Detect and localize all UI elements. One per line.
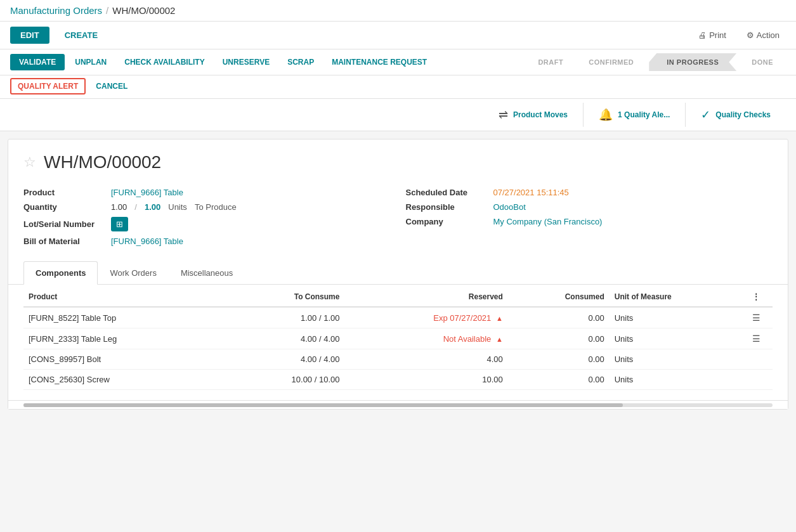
responsible-field-row: Responsible OdooBot (406, 200, 773, 214)
scrollbar-thumb (23, 403, 623, 407)
col-actions: ⋮ (747, 287, 773, 307)
reserved-cell: Exp 07/27/2021 ▲ (344, 307, 507, 328)
col-consumed: Consumed (508, 287, 610, 307)
check-availability-button[interactable]: CHECK AVAILABILITY (117, 54, 212, 70)
consumed-cell: 0.00 (508, 349, 610, 370)
left-fields: Product [FURN_9666] Table Quantity 1.00 … (23, 185, 391, 249)
product-value[interactable]: [FURN_9666] Table (111, 188, 183, 197)
create-button[interactable]: CREATE (57, 27, 105, 44)
company-label: Company (406, 217, 488, 226)
reserved-cell: 4.00 (344, 349, 507, 370)
printer-icon: 🖨 (698, 30, 707, 40)
detail-cell: ☰ (747, 307, 773, 328)
gear-icon: ⚙ (747, 30, 754, 40)
bell-icon: 🔔 (599, 108, 613, 122)
to-consume-cell: 4.00 / 4.00 (225, 349, 344, 370)
quantity-slash: / (134, 202, 137, 212)
uom-cell: Units (610, 328, 747, 349)
components-table: Product To Consume Reserved Consumed Uni… (23, 287, 773, 390)
quality-checks-button[interactable]: ✓ Quality Checks (686, 103, 786, 127)
lot-add-button[interactable]: ⊞ (111, 217, 128, 231)
breadcrumb: Manufacturing Orders / WH/MO/00002 (10, 5, 786, 16)
unreserve-button[interactable]: UNRESERVE (215, 54, 277, 70)
bom-value[interactable]: [FURN_9666] Table (111, 237, 183, 246)
product-cell: [CONS_25630] Screw (23, 370, 225, 390)
quantity-unit: Units (168, 202, 187, 212)
col-uom: Unit of Measure (610, 287, 747, 307)
lot-label: Lot/Serial Number (23, 219, 106, 229)
horizontal-scrollbar[interactable] (8, 400, 788, 409)
scheduled-date-label: Scheduled Date (406, 188, 488, 197)
quantity-value1: 1.00 (111, 202, 127, 212)
detail-cell: ☰ (747, 328, 773, 349)
cancel-button[interactable]: CANCEL (88, 78, 135, 94)
detail-icon[interactable]: ☰ (752, 313, 760, 323)
quality-alert-button[interactable]: QUALITY ALERT (10, 78, 86, 94)
tabs-section: Components Work Orders Miscellaneous (8, 261, 788, 285)
status-confirmed: CONFIRMED (576, 55, 646, 70)
flag-icon: ▲ (496, 315, 503, 322)
quality-checks-label: Quality Checks (715, 110, 771, 119)
quantity-field-row: Quantity 1.00 / 1.00 Units To Produce (23, 200, 391, 214)
responsible-label: Responsible (406, 202, 488, 212)
action-button[interactable]: ⚙ Action (740, 27, 786, 44)
action-bar: EDIT CREATE 🖨 Print ⚙ Action (0, 22, 796, 49)
to-consume-cell: 10.00 / 10.00 (225, 370, 344, 390)
to-consume-cell: 4.00 / 4.00 (225, 328, 344, 349)
table-row: [FURN_8522] Table Top 1.00 / 1.00 Exp 07… (23, 307, 773, 328)
col-product: Product (23, 287, 225, 307)
consumed-cell: 0.00 (508, 370, 610, 390)
lot-field-row: Lot/Serial Number ⊞ (23, 214, 391, 234)
product-label: Product (23, 188, 106, 197)
reserved-cell: 10.00 (344, 370, 507, 390)
product-moves-label: Product Moves (513, 110, 568, 119)
uom-cell: Units (610, 307, 747, 328)
reserved-cell: Not Available ▲ (344, 328, 507, 349)
table-header-row: Product To Consume Reserved Consumed Uni… (23, 287, 773, 307)
quality-alert-count-button[interactable]: 🔔 1 Quality Ale... (584, 103, 686, 127)
tabs: Components Work Orders Miscellaneous (23, 261, 773, 284)
form-card: ☆ WH/MO/00002 Product [FURN_9666] Table … (8, 139, 788, 410)
tab-components[interactable]: Components (23, 261, 98, 285)
toolbar: VALIDATE UNPLAN CHECK AVAILABILITY UNRES… (0, 49, 796, 75)
edit-button[interactable]: EDIT (10, 27, 49, 44)
product-cell: [CONS_89957] Bolt (23, 349, 225, 370)
uom-cell: Units (610, 349, 747, 370)
bom-field-row: Bill of Material [FURN_9666] Table (23, 234, 391, 249)
validate-button[interactable]: VALIDATE (10, 54, 65, 70)
scrap-button[interactable]: SCRAP (280, 54, 322, 70)
maintenance-request-button[interactable]: MAINTENANCE REQUEST (324, 54, 434, 70)
quantity-suffix: To Produce (195, 202, 237, 212)
scrollbar-track (23, 403, 773, 407)
toolbar-row2: QUALITY ALERT CANCEL (0, 75, 796, 99)
scheduled-date-value: 07/27/2021 15:11:45 (493, 188, 569, 197)
print-button[interactable]: 🖨 Print (692, 27, 733, 44)
smart-buttons-bar: ⇌ Product Moves 🔔 1 Quality Ale... ✓ Qua… (0, 99, 796, 131)
responsible-value[interactable]: OdooBot (493, 202, 526, 212)
company-value[interactable]: My Company (San Francisco) (493, 217, 603, 226)
breadcrumb-current: WH/MO/00002 (112, 5, 175, 16)
form-title: WH/MO/00002 (44, 152, 161, 172)
form-fields: Product [FURN_9666] Table Quantity 1.00 … (8, 179, 788, 261)
tab-work-orders[interactable]: Work Orders (98, 261, 168, 284)
breadcrumb-parent[interactable]: Manufacturing Orders (10, 5, 102, 16)
status-draft: DRAFT (525, 55, 576, 70)
tab-miscellaneous[interactable]: Miscellaneous (169, 261, 245, 284)
quantity-label: Quantity (23, 202, 106, 212)
quality-ale-label: 1 Quality Ale... (618, 110, 670, 119)
company-field-row: Company My Company (San Francisco) (406, 214, 773, 229)
uom-cell: Units (610, 370, 747, 390)
flag-icon: ▲ (496, 335, 503, 343)
unplan-button[interactable]: UNPLAN (67, 54, 114, 70)
arrows-icon: ⇌ (499, 108, 508, 122)
to-consume-cell: 1.00 / 1.00 (225, 307, 344, 328)
favorite-star-icon[interactable]: ☆ (23, 154, 36, 171)
product-moves-button[interactable]: ⇌ Product Moves (483, 103, 584, 127)
product-field-row: Product [FURN_9666] Table (23, 185, 391, 200)
scheduled-date-field-row: Scheduled Date 07/27/2021 15:11:45 (406, 185, 773, 200)
column-options-icon[interactable]: ⋮ (752, 292, 760, 301)
reserved-value: Exp 07/27/2021 (433, 313, 491, 323)
detail-icon[interactable]: ☰ (752, 334, 760, 344)
top-bar: Manufacturing Orders / WH/MO/00002 (0, 0, 796, 22)
right-fields: Scheduled Date 07/27/2021 15:11:45 Respo… (406, 185, 773, 249)
